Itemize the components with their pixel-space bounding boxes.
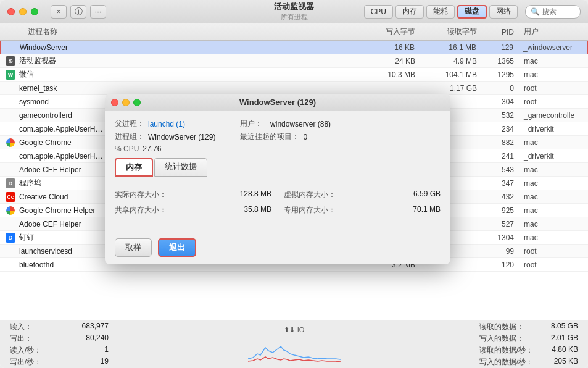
col-pid-header[interactable]: PID — [483, 28, 520, 36]
private-mem-value: 70.1 MB — [413, 205, 441, 215]
dialog-traffic-lights — [111, 99, 141, 106]
process-icon — [5, 246, 16, 257]
write-out-sec-value: 19 — [101, 357, 109, 367]
process-user: mac — [520, 165, 588, 174]
process-user: mac — [520, 138, 588, 147]
process-pid: 543 — [483, 165, 520, 174]
traffic-lights — [7, 8, 38, 15]
chrome-icon — [6, 138, 15, 147]
write-out-label: 写出： — [10, 333, 32, 344]
write-data-row: 写入的数据： 2.01 GB — [479, 333, 578, 344]
process-name: 活动监视器 — [19, 56, 360, 66]
col-user-header[interactable]: 用户 — [520, 27, 588, 37]
process-icon — [5, 123, 16, 135]
read-in-sec-row: 读入/秒： 1 — [10, 345, 109, 356]
write-out-sec-row: 写出/秒： 19 — [10, 357, 109, 367]
dialog-tab-stats[interactable]: 统计数据 — [154, 158, 207, 177]
col-write-header[interactable]: 写入字节 — [360, 27, 421, 37]
title-bar: × ⓘ ··· 活动监视器 所有进程 CPU 内存 能耗 磁盘 网络 🔍 — [0, 0, 588, 23]
parent-process-label: 父进程： — [115, 119, 144, 129]
parent-process-value[interactable]: launchd (1) — [148, 120, 185, 128]
dialog-minimize-button[interactable] — [122, 99, 130, 106]
process-user: root — [520, 98, 588, 106]
table-row[interactable]: kernel_task 1.17 GB 0 root — [0, 82, 588, 95]
memory-grid: 实际内存大小： 128.8 MB 虚拟内存大小： 6.59 GB 共享内存大小：… — [115, 182, 441, 223]
process-icon — [6, 42, 17, 53]
write-data-sec-value: 205 KB — [554, 357, 578, 367]
dialog-maximize-button[interactable] — [133, 99, 141, 106]
process-pid: 99 — [483, 247, 520, 256]
process-read: 4.9 MB — [421, 57, 483, 65]
col-read-header[interactable]: 读取字节 — [421, 27, 483, 37]
read-in-label: 读入： — [10, 322, 32, 332]
process-icon: Cc — [5, 191, 16, 203]
table-row[interactable]: W 微信 10.3 MB 104.1 MB 1295 mac — [0, 68, 588, 82]
process-icon: W — [5, 69, 16, 80]
write-data-label: 写入的数据： — [479, 333, 524, 344]
shared-mem-label: 共享内存大小： — [115, 205, 167, 215]
process-user: _gamecontrolle — [520, 111, 588, 120]
dialog-footer: 取样 退出 — [105, 233, 450, 264]
process-group-label: 进程组： — [115, 132, 144, 142]
io-chart-svg — [248, 335, 341, 363]
write-data-sec-row: 写入的数据/秒： 205 KB — [479, 357, 578, 367]
search-box[interactable]: 🔍 — [525, 5, 581, 19]
process-name: WindowServer — [20, 43, 359, 52]
read-in-row: 读入： 683,977 — [10, 322, 109, 332]
table-row[interactable]: ⎋ 活动监视器 24 KB 4.9 MB 1365 mac — [0, 54, 588, 68]
cpu-percent-field: % CPU 27.76 — [115, 144, 215, 153]
read-in-sec-value: 1 — [104, 345, 109, 356]
search-input[interactable] — [542, 7, 585, 16]
col-process-header[interactable]: 进程名称 — [0, 27, 360, 37]
sample-button[interactable]: 取样 — [115, 238, 152, 257]
process-user: mac — [520, 206, 588, 215]
process-icon — [5, 137, 16, 148]
tab-disk[interactable]: 磁盘 — [457, 5, 487, 19]
user-label: 用户： — [240, 119, 262, 129]
tab-energy[interactable]: 能耗 — [426, 5, 455, 19]
recent-value: 0 — [303, 133, 307, 141]
process-detail-dialog: WindowServer (129) 父进程： launchd (1) 进程组：… — [105, 94, 450, 264]
write-out-sec-label: 写出/秒： — [10, 357, 41, 367]
process-user: mac — [520, 179, 588, 188]
wechat-icon: W — [6, 70, 15, 80]
process-user: root — [520, 84, 588, 93]
virtual-mem-value: 6.59 GB — [413, 190, 441, 200]
tab-network[interactable]: 网络 — [489, 5, 518, 19]
process-user: root — [520, 261, 588, 269]
dialog-titlebar: WindowServer (129) — [105, 94, 450, 111]
process-pid: 234 — [483, 125, 520, 133]
minimize-button[interactable] — [19, 8, 27, 15]
close-button[interactable] — [7, 8, 15, 15]
process-icon: D — [5, 232, 16, 243]
process-write: 16 KB — [359, 43, 421, 52]
process-pid: 1365 — [483, 57, 520, 65]
shared-mem-value: 35.8 MB — [244, 205, 271, 215]
maximize-button[interactable] — [31, 8, 38, 15]
toolbar-buttons: × ⓘ ··· — [51, 5, 106, 19]
dialog-tab-memory[interactable]: 内存 — [115, 158, 153, 177]
process-group-field: 进程组： WindowServer (129) — [115, 132, 215, 142]
tab-mem[interactable]: 内存 — [395, 5, 424, 19]
dialog-close-button[interactable] — [111, 99, 118, 106]
process-write: 24 KB — [360, 57, 421, 65]
tab-cpu[interactable]: CPU — [364, 5, 393, 19]
recent-field: 最近挂起的项目： 0 — [240, 132, 331, 142]
process-pid: 527 — [483, 220, 520, 228]
write-out-value: 80,240 — [86, 333, 109, 344]
recent-label: 最近挂起的项目： — [240, 132, 299, 142]
table-row[interactable]: WindowServer 16 KB 16.1 MB 129 _windowse… — [0, 41, 588, 54]
app-subtitle: 所有进程 — [274, 12, 314, 22]
write-data-value: 2.01 GB — [551, 333, 578, 344]
private-mem-row: 专用内存大小： 70.1 MB — [284, 204, 441, 217]
read-data-sec-row: 读取的数据/秒： 4.80 KB — [479, 345, 578, 356]
process-user: _windowserver — [520, 43, 587, 52]
info-button[interactable]: ⓘ — [70, 5, 86, 19]
process-pid: 0 — [483, 84, 520, 93]
dialog-tabs: 内存 统计数据 — [115, 158, 441, 177]
more-button[interactable]: ··· — [90, 5, 106, 19]
stop-process-button[interactable]: × — [51, 5, 67, 19]
io-sort-icon[interactable]: ⬆⬇ — [284, 326, 295, 334]
process-user: root — [520, 247, 588, 256]
quit-button[interactable]: 退出 — [158, 238, 196, 257]
